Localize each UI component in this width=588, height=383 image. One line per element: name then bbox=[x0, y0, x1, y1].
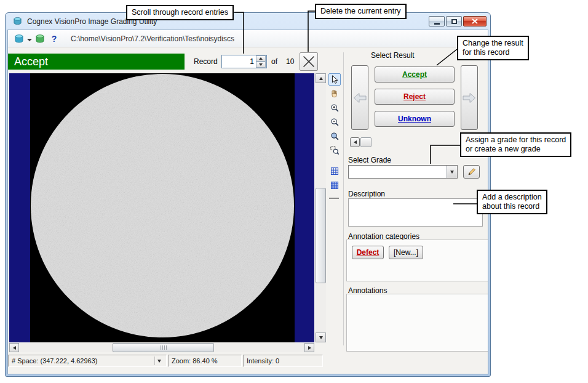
result-scroll-left-button[interactable] bbox=[350, 137, 360, 147]
horizontal-scrollbar[interactable] bbox=[9, 343, 314, 352]
previous-result-button[interactable] bbox=[351, 65, 368, 130]
result-scrollbar-thumb[interactable] bbox=[360, 137, 371, 147]
grade-dropdown-button[interactable] bbox=[447, 166, 457, 178]
toolstrip-separator bbox=[329, 198, 339, 199]
arrow-right-icon bbox=[463, 92, 476, 104]
grid-tool-icon[interactable] bbox=[328, 165, 341, 177]
vertical-scrollbar[interactable] bbox=[316, 73, 326, 342]
pan-hand-tool-icon[interactable] bbox=[328, 87, 341, 100]
chevron-down-icon bbox=[450, 171, 454, 175]
app-icon bbox=[11, 15, 23, 28]
close-icon bbox=[471, 18, 479, 24]
maximize-button[interactable] bbox=[446, 16, 462, 26]
status-intensity-section: Intensity: 0 bbox=[243, 355, 323, 367]
scroll-right-button[interactable] bbox=[304, 343, 314, 352]
description-label: Description bbox=[348, 190, 385, 198]
delete-record-button[interactable] bbox=[300, 52, 318, 71]
callout-add-description: Add a description about this record bbox=[477, 190, 547, 214]
description-box bbox=[348, 198, 483, 227]
chevron-down-icon bbox=[157, 360, 161, 365]
record-image-viewport[interactable] bbox=[9, 73, 314, 342]
status-space-section: # Space: (347.222, 4.62963) bbox=[8, 355, 167, 367]
record-spinner bbox=[221, 55, 267, 68]
record-spin-up-button[interactable] bbox=[256, 55, 266, 62]
grid-dense-tool-icon[interactable] bbox=[328, 179, 341, 191]
scroll-down-button[interactable] bbox=[316, 333, 326, 342]
records-dropdown-caret[interactable] bbox=[27, 39, 32, 44]
scroll-up-button[interactable] bbox=[316, 73, 326, 83]
space-dropdown-button[interactable] bbox=[154, 357, 163, 365]
screenshot-stage: Cognex VisionPro Image Grading Utility bbox=[0, 0, 588, 383]
description-textarea[interactable] bbox=[349, 199, 482, 226]
callout-assign-grade: Assign a grade for this record or create… bbox=[460, 132, 571, 157]
record-spin-down-button[interactable] bbox=[256, 62, 266, 68]
defect-category-button[interactable]: Defect bbox=[352, 246, 384, 259]
help-icon[interactable]: ? bbox=[48, 33, 60, 45]
zoom-fit-tool-icon[interactable] bbox=[328, 130, 341, 142]
callout-scroll-records: Scroll through record entries bbox=[126, 5, 234, 20]
select-grade-label: Select Grade bbox=[348, 156, 391, 164]
next-result-button[interactable] bbox=[461, 65, 478, 130]
result-banner: Accept bbox=[8, 54, 185, 70]
zoom-in-tool-icon[interactable] bbox=[328, 102, 341, 114]
image-toolstrip bbox=[328, 73, 343, 199]
thumb-grip bbox=[161, 345, 167, 350]
annotation-categories-frame: Defect [New...] bbox=[346, 240, 488, 281]
zoom-window-tool-icon[interactable] bbox=[328, 144, 341, 156]
unknown-button[interactable]: Unknown bbox=[375, 111, 455, 127]
intensity-value: Intensity: 0 bbox=[247, 357, 279, 365]
titlebar[interactable]: Cognex VisionPro Image Grading Utility bbox=[7, 13, 488, 30]
reject-button[interactable]: Reject bbox=[375, 89, 455, 105]
annotations-list[interactable] bbox=[346, 294, 488, 352]
arrow-left-icon bbox=[353, 92, 367, 104]
app-window: Cognex VisionPro Image Grading Utility bbox=[5, 12, 491, 377]
minimize-icon bbox=[434, 23, 440, 25]
record-label: Record bbox=[194, 57, 218, 66]
callout-change-result: Change the result for this record bbox=[457, 36, 529, 60]
select-result-label: Select Result bbox=[371, 51, 415, 60]
vertical-scrollbar-thumb[interactable] bbox=[316, 188, 326, 283]
zoom-out-tool-icon[interactable] bbox=[328, 116, 341, 128]
status-zoom-section: Zoom: 86.40 % bbox=[168, 355, 242, 367]
edit-grade-button[interactable] bbox=[463, 165, 480, 179]
status-bar: # Space: (347.222, 4.62963) Zoom: 86.40 … bbox=[8, 355, 324, 367]
current-path: C:\home\VisionPro\7.2\Verification\Test\… bbox=[71, 34, 234, 43]
maximize-icon bbox=[451, 19, 457, 24]
save-records-icon[interactable] bbox=[34, 33, 46, 45]
minimize-button[interactable] bbox=[429, 16, 445, 26]
horizontal-scrollbar-thumb[interactable] bbox=[113, 343, 214, 352]
space-coordinates: # Space: (347.222, 4.62963) bbox=[12, 357, 97, 365]
pane-divider bbox=[343, 52, 344, 345]
main-toolbar: ? C:\home\VisionPro\7.2\Verification\Tes… bbox=[8, 30, 488, 47]
callout-delete-entry: Delete the current entry bbox=[315, 4, 407, 19]
pointer-tool-icon[interactable] bbox=[328, 73, 341, 86]
window-client-area: ? C:\home\VisionPro\7.2\Verification\Tes… bbox=[7, 30, 488, 374]
zoom-level: Zoom: 86.40 % bbox=[172, 357, 218, 365]
record-number-input[interactable] bbox=[222, 55, 256, 68]
scroll-left-button[interactable] bbox=[9, 343, 19, 352]
delete-x-icon bbox=[302, 55, 316, 68]
new-category-button[interactable]: [New...] bbox=[389, 246, 423, 259]
grade-value bbox=[349, 166, 447, 178]
accept-button[interactable]: Accept bbox=[375, 67, 455, 83]
of-label: of bbox=[271, 57, 277, 66]
pencil-icon bbox=[467, 167, 477, 177]
record-total: 10 bbox=[286, 57, 294, 66]
close-button[interactable] bbox=[463, 16, 487, 26]
grade-combobox[interactable] bbox=[348, 165, 458, 179]
records-icon[interactable] bbox=[13, 33, 25, 45]
